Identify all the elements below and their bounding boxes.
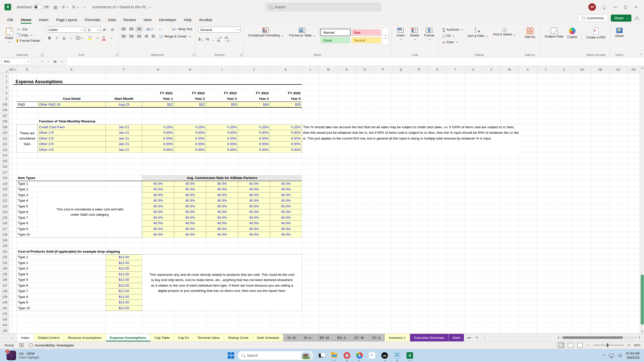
cell-H121[interactable]: 40.0% (174, 192, 206, 198)
zoom-out-button[interactable]: − (587, 343, 589, 347)
cell-I122[interactable]: 40.0% (206, 198, 238, 204)
row-header-136[interactable]: 136 (0, 277, 9, 283)
cell-I109[interactable]: 0.25% (206, 124, 238, 130)
number-format-combo[interactable]: General (198, 27, 241, 33)
row-header-105[interactable]: 105 (0, 102, 9, 108)
network-icon[interactable] (609, 354, 614, 357)
column-header-O[interactable]: O (356, 66, 374, 73)
horizontal-scroll-thumb[interactable] (562, 336, 623, 339)
column-header-P[interactable]: P (374, 66, 392, 73)
macro-record-icon[interactable] (20, 343, 24, 347)
minimize-button[interactable]: — (613, 5, 618, 9)
row-header-143[interactable]: 143 (0, 317, 9, 323)
close-button[interactable]: × (633, 5, 638, 9)
clear-button[interactable]: ◈Clear (441, 40, 464, 44)
sheet-options-button[interactable]: ⋮ (483, 335, 487, 340)
taskbar-notification-app[interactable]: 1 LEI - NEW Video highlight (0, 351, 39, 360)
document-title[interactable]: ecommerce v2 • Saved to this PC (92, 5, 151, 9)
find-select-button[interactable]: Find & Select (491, 27, 517, 37)
cell-J123[interactable]: 40.0% (238, 204, 270, 209)
cell-H111[interactable]: 0.00% (174, 136, 206, 142)
format-as-table-button[interactable]: Format as Table (287, 27, 317, 38)
row-header-114[interactable]: 114 (0, 153, 9, 158)
vertical-scrollbar[interactable] (640, 66, 644, 334)
cell-I121[interactable]: 40.0% (206, 192, 238, 198)
cell-style-neutral[interactable]: Neutral (351, 37, 381, 43)
taskbar-icon-upwork[interactable]: up (380, 350, 390, 360)
sheet-tab-expense-assumptions[interactable]: Expense Assumptions (106, 334, 150, 341)
excel-app-icon[interactable]: X (5, 4, 11, 10)
column-header-F[interactable]: F (106, 66, 142, 73)
column-header-W[interactable]: W (501, 66, 519, 73)
font-size-combo[interactable]: 11 (86, 27, 100, 33)
cell-G109[interactable]: 0.25% (142, 124, 174, 130)
row-header-4[interactable]: 4 (0, 90, 9, 96)
borders-button[interactable] (74, 36, 84, 40)
cell-K111[interactable]: 0.00% (270, 136, 302, 142)
taskbar-icon-chrome[interactable] (354, 350, 365, 360)
cell-I120[interactable]: 40.0% (206, 187, 238, 192)
menu-tab-page-layout[interactable]: Page Layout (52, 15, 81, 24)
row-header-131[interactable]: 131 (0, 249, 9, 255)
cell-H5[interactable]: Year 2 (174, 96, 206, 102)
row-header-109[interactable]: 109 (0, 124, 9, 130)
row-header-128[interactable]: 128 (0, 232, 9, 238)
cell-I110[interactable]: 0.00% (206, 130, 238, 136)
maximize-button[interactable] (624, 6, 627, 9)
sheet-tab-index[interactable]: Index (17, 334, 34, 341)
cell-J110[interactable]: 0.00% (238, 130, 270, 136)
cell-K113[interactable]: 0.00% (270, 147, 302, 153)
cell-I4[interactable]: FY 2023 (206, 90, 238, 96)
fill-color-button[interactable] (87, 35, 93, 40)
column-header-I[interactable]: I (206, 66, 238, 73)
cell-K123[interactable]: 40.0% (270, 204, 302, 209)
column-header-X[interactable]: X (519, 66, 537, 73)
sheet-tab-cf-a[interactable]: CF- A (368, 334, 385, 341)
cell-J4[interactable]: FY 2024 (238, 90, 270, 96)
cell-I112[interactable]: 0.00% (206, 141, 238, 147)
cell-E105[interactable]: Other R&D 19 (38, 102, 106, 108)
scroll-down-arrow[interactable] (641, 331, 643, 332)
column-header-J[interactable]: J (238, 66, 270, 73)
undo-button[interactable]: ↺ (61, 5, 68, 10)
cell-G124[interactable]: 40.0% (142, 209, 174, 215)
column-header-AC[interactable]: AC (609, 66, 627, 73)
taskbar-overflow-chevron[interactable] (603, 355, 605, 357)
column-header-K[interactable]: K (270, 66, 302, 73)
cell-F113[interactable]: Jan-21 (106, 147, 142, 153)
column-header-Q[interactable]: Q (392, 66, 410, 73)
undo-chevron[interactable] (66, 6, 68, 8)
cell-D105[interactable]: R&D (17, 102, 38, 108)
taskbar-icon-opera[interactable] (342, 350, 352, 360)
cell-H119[interactable]: 40.0% (174, 181, 206, 187)
cell-style-normal[interactable]: Normal (320, 29, 350, 36)
save-button[interactable]: ▥ (54, 5, 57, 10)
taskbar-icon-snipping-tool[interactable] (367, 350, 377, 360)
cell-style-bad[interactable]: Bad (351, 29, 381, 36)
increase-decimal-button[interactable]: ←.0.00 (216, 36, 221, 42)
cell-K112[interactable]: 0.00% (270, 141, 302, 147)
column-header-C[interactable]: C (13, 66, 17, 73)
increase-indent-icon[interactable] (152, 35, 155, 38)
cell-J109[interactable]: 0.25% (238, 124, 270, 130)
row-header-5[interactable]: 5 (0, 96, 9, 102)
cell-J111[interactable]: 0.00% (238, 136, 270, 142)
font-name-combo[interactable]: Calibri (47, 27, 85, 33)
sheet-tab-global-control[interactable]: Global Control (34, 334, 64, 341)
paste-button[interactable]: Paste (3, 27, 16, 44)
cell-I128[interactable]: 40.0% (206, 232, 238, 238)
cancel-entry-button[interactable]: × (42, 60, 44, 64)
cell-G122[interactable]: 40.0% (142, 198, 174, 204)
horizontal-scrollbar[interactable] (557, 336, 640, 340)
formula-expand-chevron[interactable] (61, 60, 63, 62)
cell-J122[interactable]: 40.0% (238, 198, 270, 204)
decrease-font-button[interactable]: A˅ (109, 27, 116, 32)
orientation-button[interactable]: ab↗ (145, 27, 155, 32)
cell-G125[interactable]: 40.0% (142, 215, 174, 221)
cell-G110[interactable]: 0.00% (142, 130, 174, 136)
column-header-G[interactable]: G (142, 66, 174, 73)
cell-I126[interactable]: 40.0% (206, 220, 238, 226)
cell-I123[interactable]: 40.0% (206, 204, 238, 209)
column-header-R[interactable]: R (410, 66, 428, 73)
align-bottom-icon[interactable] (137, 28, 141, 31)
